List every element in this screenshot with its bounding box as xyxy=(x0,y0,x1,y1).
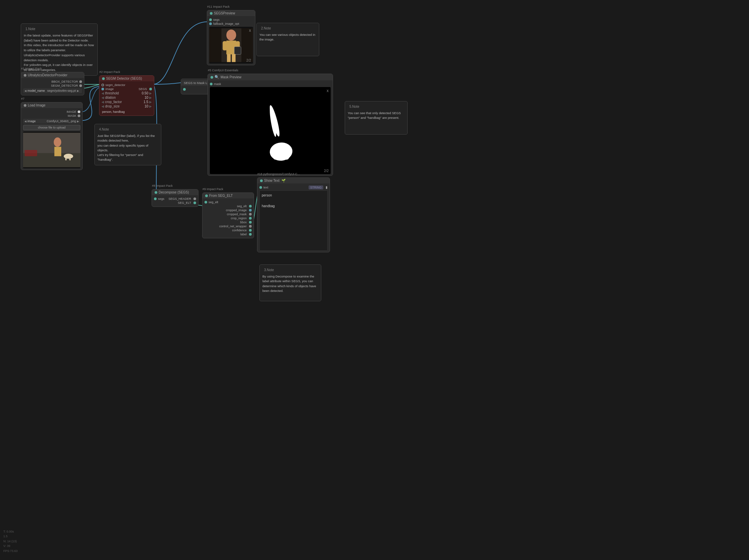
segm-drop-size-arrow-r[interactable]: ▶ xyxy=(149,104,152,108)
from-seg-elt-out-cropped-mask: cropped_mask xyxy=(205,213,252,216)
segspreview-close[interactable]: x xyxy=(249,28,251,33)
load-image-row-image: IMAGE xyxy=(23,110,80,113)
segm-threshold-arrow-l[interactable]: ◀ xyxy=(101,91,104,95)
from-seg-elt-in-port[interactable] xyxy=(205,201,207,203)
segm-crop-factor-arrow-l[interactable]: ◀ xyxy=(101,100,104,104)
decompose-segs-in-row: segs SEGS_HEADER xyxy=(154,197,196,200)
segm-segs-port-out[interactable] xyxy=(149,88,152,90)
segm-crop-factor-row: ◀ crop_factor 1.5 ▶ xyxy=(101,100,152,104)
show-text-string-badge-wrap: STRING xyxy=(270,186,323,189)
segspreview-title: SEGSPreview xyxy=(214,12,235,15)
segspreview-segs-port[interactable] xyxy=(209,18,212,21)
svg-rect-3 xyxy=(25,150,37,156)
segm-threshold-row: ◀ threshold 0.50 ▶ xyxy=(101,91,152,95)
load-image-dot xyxy=(24,104,26,107)
decompose-seg-elt-port[interactable] xyxy=(193,201,196,204)
load-image-button[interactable]: choose file to upload xyxy=(23,125,80,130)
segm-body: segm_detector image SEGS ◀ threshold 0.5… xyxy=(100,81,154,115)
ultralytics-arrow-right[interactable]: ▶ xyxy=(77,89,79,92)
segm-threshold-arrow-r[interactable]: ▶ xyxy=(149,91,152,95)
mask-preview-close[interactable]: x xyxy=(327,88,329,93)
from-seg-elt-body: seg_elt seg_elt cropped_image cropped_ma… xyxy=(202,198,254,238)
segm-image-port-in[interactable] xyxy=(101,88,104,90)
segm-header: SEGM Detector (SEGS) xyxy=(100,76,154,81)
ultralytics-model-row[interactable]: ◀ model_name segm/yolov8m-seg.pt ▶ xyxy=(23,88,82,93)
mask-preview-canvas: x 2/2 xyxy=(210,87,331,174)
mask-preview-icon: 🔍 xyxy=(215,75,219,79)
load-image-select-row[interactable]: ◀ image ComfyUI_00463_.png ▶ xyxy=(23,119,80,124)
segm-dilation-arrow-r[interactable]: ▶ xyxy=(149,96,152,100)
ultralytics-arrow-left[interactable]: ◀ xyxy=(24,89,26,92)
note-2-header: 2.Note xyxy=(259,26,316,31)
from-seg-elt-port-control-net[interactable] xyxy=(249,225,252,228)
svg-rect-13 xyxy=(222,41,227,50)
ultralytics-bbox-port[interactable] xyxy=(79,80,82,83)
segm-crop-factor-arrow-r[interactable]: ▶ xyxy=(149,100,152,104)
from-seg-elt-port-confidence[interactable] xyxy=(249,229,252,232)
decompose-header-port[interactable] xyxy=(193,197,196,200)
node-segspreview: #11 Impact Pack SEGSPreview segs fallbac… xyxy=(207,10,255,65)
from-seg-elt-header: From SEG_ELT xyxy=(202,193,254,198)
decompose-segs-label: segs xyxy=(158,197,164,200)
ultralytics-segm-port[interactable] xyxy=(79,84,82,87)
mask-preview-title: Mask Preview xyxy=(220,75,241,79)
segspreview-svg xyxy=(209,27,253,64)
stats-overlay: T: 0.00s 1.5 N: 14 (13) V: 39 FPS:73.63 xyxy=(3,529,18,553)
segm-threshold-label: threshold xyxy=(105,91,129,95)
mask-preview-mask-port[interactable] xyxy=(210,83,213,85)
load-image-port-mask[interactable] xyxy=(78,114,80,117)
node-4-note: 4.Note Just like SEGSFilter (label), if … xyxy=(94,124,161,165)
load-image-title: Load Image xyxy=(28,103,45,107)
choose-file-button[interactable]: choose file to upload xyxy=(23,125,80,130)
load-image-field-label: image xyxy=(27,120,45,123)
segm-crop-factor-val: 1.5 xyxy=(144,100,148,104)
segm-segm-detector-port-in[interactable] xyxy=(101,84,104,86)
ultralytics-segm-row: SEGM_DETECTOR xyxy=(23,84,82,87)
decompose-segs-in-port[interactable] xyxy=(154,197,157,200)
segm-dilation-label: dilation xyxy=(105,96,129,100)
from-seg-elt-port-seg-elt[interactable] xyxy=(249,205,252,208)
show-text-in-port[interactable] xyxy=(259,186,262,189)
from-seg-elt-port-label[interactable] xyxy=(249,233,252,236)
note-4-title: 4.Note xyxy=(99,127,109,132)
note-3-text: By using Decompose to examine the label … xyxy=(262,274,318,293)
svg-point-6 xyxy=(64,154,73,159)
decompose-title: Decompose (SEGS) xyxy=(158,191,189,194)
from-seg-elt-out-label: label xyxy=(205,233,252,236)
segspreview-fallback-port[interactable] xyxy=(209,22,212,25)
node-segm-detector: #2 Impact Pack SEGM Detector (SEGS) segm… xyxy=(99,75,154,116)
from-seg-elt-in-row: seg_elt xyxy=(205,200,252,204)
load-image-select-arrow-left[interactable]: ◀ xyxy=(24,120,26,123)
segs-to-mask-in-port[interactable] xyxy=(183,88,186,91)
note-3-title: 3.Note xyxy=(264,267,274,273)
svg-point-11 xyxy=(226,29,236,41)
decompose-header: Decompose (SEGS) xyxy=(152,190,198,195)
segm-drop-size-arrow-l[interactable]: ◀ xyxy=(101,104,104,108)
svg-rect-8 xyxy=(69,157,71,160)
svg-rect-15 xyxy=(234,47,241,55)
segm-threshold-val: 0.50 xyxy=(142,91,148,95)
show-text-badge: #18 pythongossss/ComfyUI-C... xyxy=(257,172,300,176)
segm-dilation-row: ◀ dilation 10 ▶ xyxy=(101,96,152,100)
from-seg-elt-port-bbox[interactable] xyxy=(249,221,252,223)
ultralytics-model-label: model_name xyxy=(27,89,45,92)
svg-point-4 xyxy=(54,137,61,147)
note-5-header: 5.Note xyxy=(348,104,405,109)
from-seg-elt-in-label: seg_elt xyxy=(209,200,218,204)
segm-dilation-arrow-l[interactable]: ◀ xyxy=(101,96,104,100)
segm-segm-detector-row: segm_detector xyxy=(101,83,152,87)
svg-rect-17 xyxy=(232,54,236,62)
load-image-port-image[interactable] xyxy=(78,110,80,113)
show-text-header: Show Text 🌱 xyxy=(257,178,330,184)
from-seg-elt-port-cropped-image[interactable] xyxy=(249,209,252,212)
show-text-title: Show Text xyxy=(264,179,279,182)
ultralytics-bbox-label: BBOX_DETECTOR xyxy=(23,80,78,83)
load-image-select-arrow-right[interactable]: ▶ xyxy=(77,120,79,123)
from-seg-elt-port-cropped-mask[interactable] xyxy=(249,213,252,216)
from-seg-elt-port-crop-region[interactable] xyxy=(249,217,252,220)
segm-title: SEGM Detector (SEGS) xyxy=(106,77,142,80)
node-2-note: 2.Note You can see various objects detec… xyxy=(256,23,319,56)
from-seg-elt-out-cropped-image: cropped_image xyxy=(205,209,252,212)
load-image-body: IMAGE MASK ◀ image ComfyUI_00463_.png ▶ … xyxy=(21,108,82,170)
segm-drop-size-val: 10 xyxy=(145,104,148,108)
